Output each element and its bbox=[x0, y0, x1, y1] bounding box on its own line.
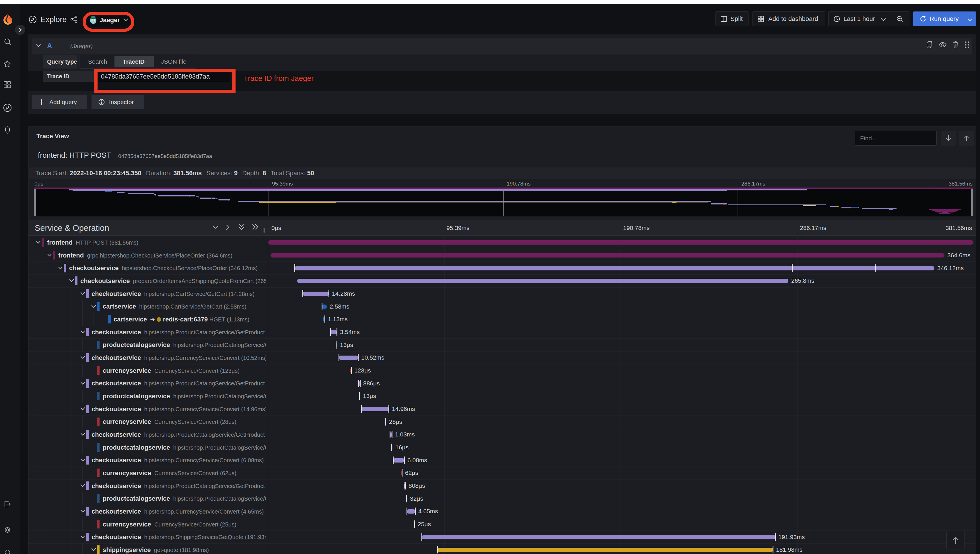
svg-text:?: ? bbox=[6, 551, 8, 554]
